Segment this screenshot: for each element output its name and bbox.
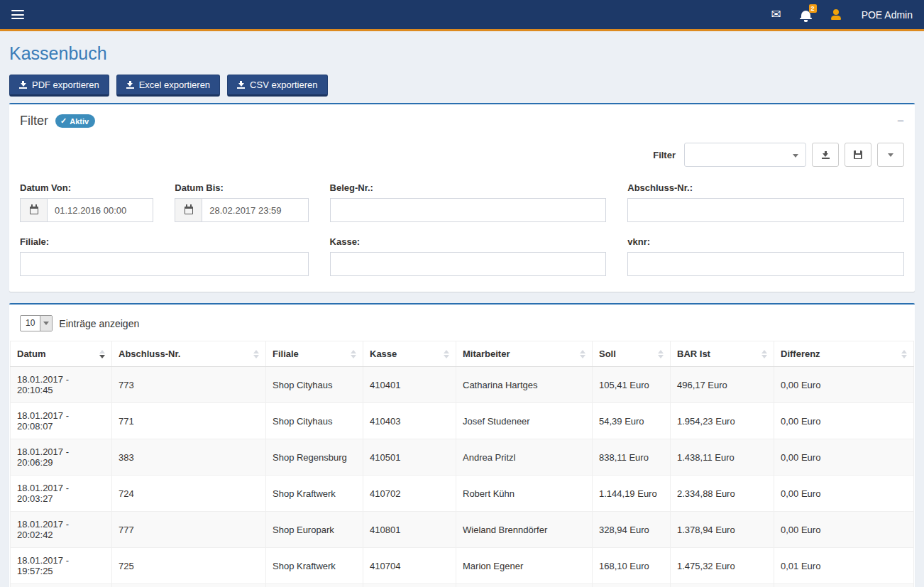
cell-bar-ist: 1.954,23 Euro [671, 403, 774, 439]
cell-differenz: 0,01 Euro [774, 548, 914, 584]
cell-bar-ist: 1.475,32 Euro [671, 548, 774, 584]
table-row: 18.01.2017 - 19:03:54 770 Shop Eching 41… [11, 584, 914, 587]
col-header-mitarbeiter[interactable]: Mitarbeiter [456, 341, 593, 367]
col-header-datum[interactable]: Datum [11, 341, 112, 367]
notification-badge: 2 [809, 4, 817, 13]
cell-soll: 328,94 Euro [593, 512, 671, 548]
notifications-button[interactable]: 2 [801, 11, 810, 18]
cell-differenz: 0,00 Euro [774, 403, 914, 439]
field-beleg-nr: Beleg-Nr.: [330, 182, 607, 222]
messages-button[interactable]: ✉ [771, 9, 781, 21]
cell-differenz: 0,00 Euro [774, 584, 914, 587]
cell-datum: 18.01.2017 - 19:03:54 [11, 584, 112, 587]
cell-filiale: Shop Kraftwerk [266, 476, 363, 512]
sort-icon [658, 350, 664, 358]
filiale-label: Filiale: [20, 236, 309, 247]
cell-datum: 18.01.2017 - 20:03:27 [11, 476, 112, 512]
sort-icon [761, 350, 767, 358]
cell-bar-ist: 1.811,35 Euro [671, 584, 774, 587]
filter-panel-header: Filter ✓ Aktiv − [9, 104, 915, 134]
kasse-input[interactable] [330, 252, 607, 276]
datepicker-addon[interactable] [20, 198, 47, 222]
download-icon [126, 81, 134, 89]
saved-filter-select[interactable] [684, 143, 806, 167]
cell-mitarbeiter: Lukas Gukerle [456, 584, 593, 587]
field-datum-bis: Datum Bis: [175, 182, 308, 222]
cell-differenz: 0,00 Euro [774, 367, 914, 403]
sort-icon [444, 350, 449, 358]
cell-bar-ist: 496,17 Euro [671, 367, 774, 403]
kasse-label: Kasse: [330, 236, 607, 247]
filter-save-button[interactable] [845, 143, 871, 167]
datum-bis-label: Datum Bis: [175, 182, 308, 193]
cell-mitarbeiter: Robert Kühn [456, 476, 593, 512]
beleg-nr-label: Beleg-Nr.: [330, 182, 607, 193]
filter-form: Datum Von: Datum Bis: Beleg-Nr.: [20, 182, 904, 276]
filter-more-button[interactable] [877, 143, 904, 167]
calendar-icon [30, 207, 38, 214]
cell-datum: 18.01.2017 - 20:02:42 [11, 512, 112, 548]
field-abschluss-nr: Abschluss-Nr.: [627, 182, 904, 222]
datum-von-input[interactable] [47, 198, 153, 222]
sort-icon [99, 350, 105, 358]
cell-filiale: Shop Kraftwerk [266, 548, 363, 584]
datum-bis-input[interactable] [202, 198, 308, 222]
sort-icon [901, 350, 907, 358]
cell-soll: 168,10 Euro [593, 548, 671, 584]
beleg-nr-input[interactable] [330, 198, 607, 222]
vknr-input[interactable] [627, 252, 904, 276]
field-datum-von: Datum Von: [20, 182, 153, 222]
export-pdf-label: PDF exportieren [32, 79, 99, 90]
cell-filiale: Shop Regensburg [266, 439, 363, 476]
cell-differenz: 0,00 Euro [774, 512, 914, 548]
cell-kasse: 410401 [363, 367, 456, 403]
export-pdf-button[interactable]: PDF exportieren [9, 75, 109, 97]
cell-filiale: Shop Cityhaus [266, 403, 363, 439]
col-header-filiale[interactable]: Filiale [266, 341, 363, 367]
table-row: 18.01.2017 - 20:03:27 724 Shop Kraftwerk… [11, 476, 914, 512]
page-size-select[interactable]: 10 [20, 315, 53, 331]
col-header-abschluss-nr[interactable]: Abschluss-Nr. [112, 341, 266, 367]
filiale-input[interactable] [20, 252, 309, 276]
col-header-soll[interactable]: Soll [593, 341, 671, 367]
kassenbuch-table: Datum Abschluss-Nr. Filiale Kasse Mitarb… [10, 341, 914, 587]
user-menu-button[interactable] [830, 9, 842, 20]
export-csv-button[interactable]: CSV exportieren [227, 75, 327, 97]
filter-load-button[interactable] [812, 143, 839, 167]
sort-icon [580, 350, 585, 358]
col-header-differenz[interactable]: Differenz [774, 341, 914, 367]
cell-bar-ist: 2.334,88 Euro [671, 476, 774, 512]
download-icon [237, 81, 245, 89]
datepicker-addon[interactable] [175, 198, 202, 222]
cell-soll: 105,41 Euro [593, 367, 671, 403]
menu-toggle-button[interactable] [11, 10, 24, 19]
export-excel-button[interactable]: Excel exportieren [116, 75, 220, 97]
cell-differenz: 0,00 Euro [774, 476, 914, 512]
cell-filiale: Shop Europark [266, 512, 363, 548]
abschluss-nr-input[interactable] [627, 198, 904, 222]
cell-kasse: 410801 [363, 512, 456, 548]
collapse-panel-button[interactable]: − [897, 115, 904, 127]
table-row: 18.01.2017 - 19:57:25 725 Shop Kraftwerk… [11, 548, 914, 584]
cell-abschluss: 777 [112, 512, 266, 548]
user-name[interactable]: POE Admin [862, 9, 913, 21]
cell-mitarbeiter: Andrea Pritzl [456, 439, 593, 476]
cell-abschluss: 771 [112, 403, 266, 439]
cell-mitarbeiter: Catharina Hartges [456, 367, 593, 403]
page-size-row: 10 Einträge anzeigen [9, 305, 915, 341]
col-header-kasse[interactable]: Kasse [363, 341, 456, 367]
chevron-down-icon [888, 153, 893, 157]
field-vknr: vknr: [627, 236, 904, 276]
top-navbar: ✉ 2 POE Admin [0, 0, 924, 31]
vknr-label: vknr: [627, 236, 904, 247]
cell-filiale: Shop Cityhaus [266, 367, 363, 403]
chevron-down-icon [793, 154, 798, 158]
sort-icon [351, 350, 356, 358]
cell-abschluss: 770 [112, 584, 266, 587]
cell-abschluss: 383 [112, 439, 266, 476]
chevron-down-icon [40, 316, 52, 331]
cell-kasse: 410501 [363, 439, 456, 476]
cell-bar-ist: 1.438,11 Euro [671, 439, 774, 476]
col-header-bar-ist[interactable]: BAR Ist [671, 341, 774, 367]
cell-kasse: 410403 [363, 403, 456, 439]
